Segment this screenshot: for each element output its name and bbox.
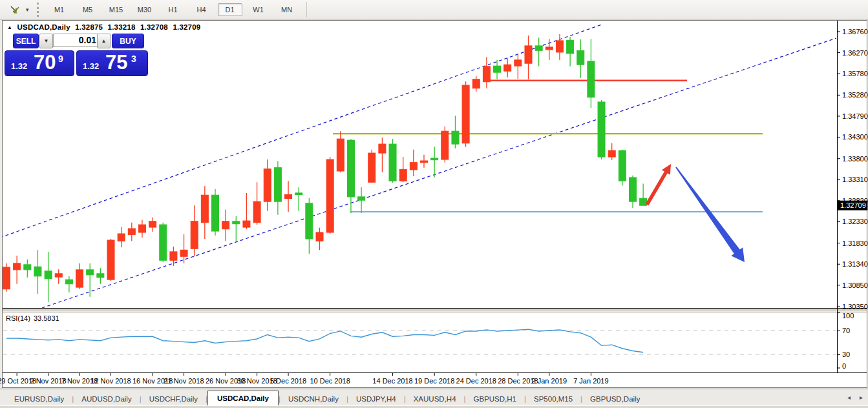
chevron-down-icon[interactable]: ▾ [26, 6, 29, 13]
ohlc-open: 1.32875 [75, 23, 103, 31]
date-tick-label: 2 Jan 2019 [532, 377, 567, 385]
price-tick-label: 1.35780 [842, 70, 868, 77]
rsi-caption: RSI(14)33.5831 [6, 314, 63, 322]
buy-price-prefix: 1.32 [83, 61, 99, 71]
tab-eurusd-daily[interactable]: EURUSD,Daily [6, 393, 72, 406]
price-tick-label: 1.31830 [842, 240, 868, 247]
price-tick-label: 1.36760 [842, 28, 868, 36]
sell-price-box[interactable]: 1.32 70 9 [5, 50, 74, 76]
price-tick-label: 1.35280 [842, 91, 868, 99]
tf-button-M5[interactable]: M5 [76, 3, 100, 16]
tab-sp500-m15[interactable]: SP500,M15 [526, 393, 580, 406]
ohlc-low: 1.32708 [140, 23, 168, 31]
sell-price-big: 70 [34, 51, 56, 74]
rsi-axis-label: 70 [842, 327, 850, 334]
date-tick-label: 21 Nov 2018 [164, 377, 204, 385]
buy-price-big: 75 [105, 51, 127, 74]
tf-button-M1[interactable]: M1 [47, 3, 72, 16]
current-price-tag: 1.32709 [838, 201, 868, 210]
tf-button-H4[interactable]: H4 [189, 3, 214, 16]
price-tick-label: 1.33800 [842, 155, 868, 163]
tab-usdcad-daily[interactable]: USDCAD,Daily [207, 391, 279, 406]
ohlc-high: 1.33218 [108, 23, 136, 31]
date-tick-label: 19 Dec 2018 [414, 377, 454, 385]
arrange-charts-icon[interactable] [5, 3, 25, 17]
rsi-axis-label: 30 [842, 351, 850, 358]
tab-usdchf-daily[interactable]: USDCHF,Daily [142, 393, 206, 406]
price-tick-label: 1.36270 [842, 49, 868, 57]
buy-price-sup: 3 [131, 54, 136, 64]
tabs-scroll-left-icon[interactable]: ◂ [847, 394, 851, 401]
rsi-value: 33.5831 [34, 314, 59, 322]
buy-price-box[interactable]: 1.32 75 3 [76, 50, 148, 76]
collapse-icon: ▲ [7, 25, 12, 30]
price-tick-label: 1.31340 [842, 260, 868, 268]
date-tick-label: 12 Nov 2018 [90, 377, 131, 385]
tab-audusd-daily[interactable]: AUDUSD,Daily [74, 393, 139, 406]
buy-button[interactable]: BUY [112, 34, 144, 48]
ohlc-close: 1.32709 [173, 23, 200, 31]
date-tick-label: 24 Dec 2018 [456, 377, 496, 385]
chart-tab-bar: EURUSD,Daily|AUDUSD,Daily|USDCHF,Daily|U… [0, 389, 868, 406]
tab-usdjpy-h4[interactable]: USDJPY,H4 [348, 393, 404, 406]
lot-increase-button[interactable]: ▲ [97, 34, 111, 48]
price-tick-label: 1.34790 [842, 112, 868, 120]
one-click-trading-panel: SELL ▼ 0.01 ▲ BUY 1.32 70 9 1.32 75 3 [5, 34, 147, 75]
date-tick-label: 5 Dec 2018 [270, 377, 306, 385]
tf-button-D1[interactable]: D1 [218, 3, 242, 16]
status-strip [0, 405, 868, 408]
price-tick-label: 1.30850 [842, 281, 868, 289]
toolbar-separator [306, 2, 307, 17]
toolbar-grip [37, 3, 39, 17]
date-tick-label: 10 Dec 2018 [310, 377, 350, 385]
sell-button[interactable]: SELL [13, 34, 39, 48]
toolbar: ▾ M1M5M15M30H1H4D1W1MN [0, 0, 868, 20]
price-tick-label: 1.32330 [842, 218, 868, 225]
rsi-axis-label: 100 [842, 312, 854, 320]
price-tick-label: 1.34300 [842, 133, 868, 141]
sell-price-sup: 9 [58, 54, 63, 64]
tab-gbpusd-h1[interactable]: GBPUSD,H1 [466, 393, 524, 406]
tab-xauusd-h4[interactable]: XAUUSD,H4 [406, 393, 464, 406]
tf-button-H1[interactable]: H1 [161, 3, 185, 16]
rsi-name: RSI(14) [6, 314, 30, 322]
price-tick-label: 1.33310 [842, 176, 868, 183]
tab-usdcnh-daily[interactable]: USDCNH,Daily [281, 393, 346, 406]
date-tick-label: 14 Dec 2018 [372, 377, 412, 385]
tf-button-M15[interactable]: M15 [104, 3, 129, 16]
svg-text:1.32709: 1.32709 [840, 201, 866, 209]
symbol-title: USDCAD,Daily [17, 23, 70, 31]
lot-decrease-button[interactable]: ▼ [39, 34, 53, 48]
tf-button-W1[interactable]: W1 [246, 3, 271, 16]
rsi-axis-label: 0 [842, 362, 846, 370]
tabs-scroll-right-icon[interactable]: ▸ [860, 394, 863, 401]
chart-caption: ▲ USDCAD,Daily 1.32875 1.33218 1.32708 1… [7, 23, 203, 31]
tf-button-M30[interactable]: M30 [132, 3, 157, 16]
tf-button-MN[interactable]: MN [275, 3, 299, 16]
sell-price-prefix: 1.32 [11, 61, 27, 71]
price-tick-label: 1.30350 [842, 303, 868, 311]
lot-size-input[interactable]: 0.01 [53, 34, 100, 47]
date-tick-label: 7 Jan 2019 [573, 377, 608, 385]
tab-gbpusd-daily[interactable]: GBPUSD,Daily [582, 393, 648, 406]
